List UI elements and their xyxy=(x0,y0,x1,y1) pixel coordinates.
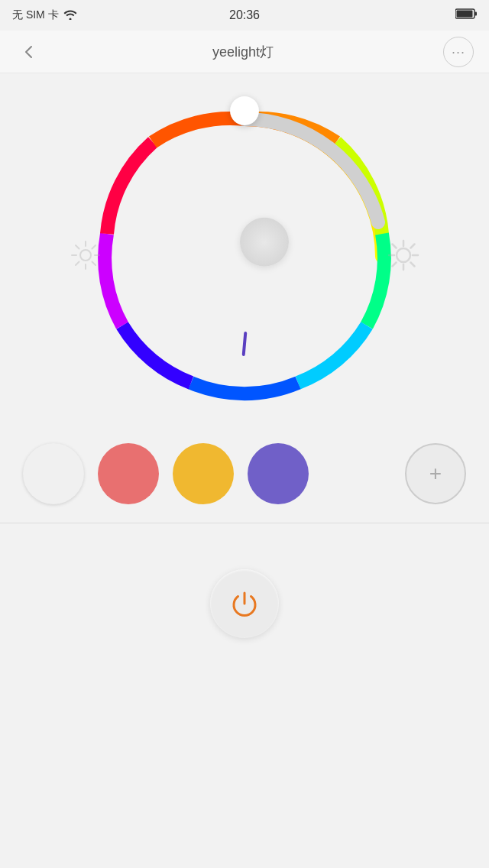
svg-rect-1 xyxy=(475,12,478,16)
svg-line-11 xyxy=(76,262,79,266)
preset-color-purple[interactable] xyxy=(248,443,309,504)
svg-point-3 xyxy=(80,250,91,261)
svg-line-8 xyxy=(76,245,79,249)
nav-bar: yeelight灯 ··· xyxy=(0,31,489,73)
preset-color-coral[interactable] xyxy=(98,443,159,504)
status-bar: 无 SIM 卡 20:36 xyxy=(0,0,489,31)
svg-line-18 xyxy=(411,263,415,267)
back-button[interactable] xyxy=(15,38,43,66)
svg-line-17 xyxy=(393,245,397,248)
battery-icon xyxy=(455,8,477,22)
status-left: 无 SIM 卡 xyxy=(12,8,77,22)
svg-line-9 xyxy=(92,262,96,266)
preset-color-white[interactable] xyxy=(23,443,84,504)
more-button[interactable]: ··· xyxy=(443,37,474,67)
carrier-text: 无 SIM 卡 xyxy=(12,8,59,22)
brightness-max-icon[interactable] xyxy=(387,238,420,275)
page-title: yeelight灯 xyxy=(212,43,274,61)
power-icon xyxy=(229,588,260,619)
plus-icon: + xyxy=(429,463,442,484)
status-right xyxy=(455,8,477,22)
color-picker-handle[interactable] xyxy=(230,96,259,125)
brightness-min-icon[interactable] xyxy=(69,238,102,275)
power-button[interactable] xyxy=(210,569,279,638)
status-time: 20:36 xyxy=(229,8,260,22)
svg-rect-2 xyxy=(457,11,473,18)
main-content: + xyxy=(0,73,489,684)
preset-colors-section: + xyxy=(0,425,489,523)
color-wheel-area[interactable] xyxy=(76,89,413,425)
svg-point-12 xyxy=(397,248,410,262)
wifi-icon xyxy=(63,9,77,22)
brightness-handle[interactable] xyxy=(240,218,289,267)
svg-line-19 xyxy=(411,245,415,248)
preset-color-amber[interactable] xyxy=(173,443,234,504)
svg-line-20 xyxy=(393,263,397,267)
svg-line-10 xyxy=(92,245,96,249)
add-color-button[interactable]: + xyxy=(405,443,466,504)
more-icon: ··· xyxy=(452,45,465,59)
power-section xyxy=(0,523,489,669)
